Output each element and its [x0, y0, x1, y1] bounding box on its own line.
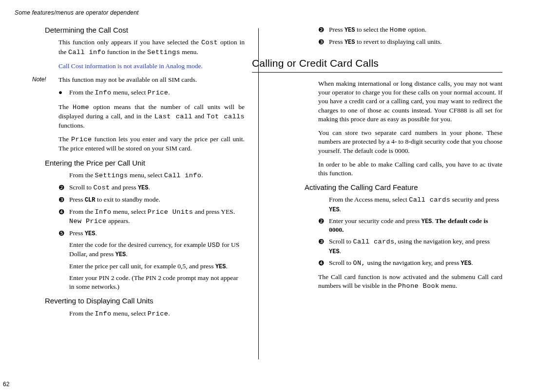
text: to revert to displaying call units.: [355, 38, 442, 45]
text: menu.: [180, 48, 198, 56]
step-item: From the Info menu, select Price.: [58, 309, 245, 318]
text: .: [96, 229, 97, 237]
key-yes: YES: [329, 206, 340, 213]
step-list-continued: ❷ Press YES to select the Home option. ❸…: [318, 25, 502, 46]
running-head: Some features/menus are operator depende…: [15, 9, 522, 17]
code-call-cards: Call cards: [353, 238, 395, 245]
step-marker-3: ❸: [318, 237, 325, 246]
key-yes: YES: [345, 39, 355, 46]
text: .: [168, 89, 170, 96]
text: , using the navigation key, and press: [395, 238, 490, 245]
step-marker-3: ❸: [318, 37, 325, 47]
key-yes: YES: [215, 263, 226, 270]
text: .: [226, 262, 228, 270]
code-info: Info: [95, 208, 112, 216]
text: to exit to standby mode.: [96, 196, 160, 203]
document-page: Some features/menus are operator depende…: [0, 0, 537, 392]
step-item: ❸ Press CLR to exit to standby mode.: [58, 195, 245, 204]
code-totcalls: Tot calls: [207, 113, 245, 120]
text: From the: [69, 310, 95, 317]
key-yes: YES: [422, 218, 432, 225]
code-phone-book: Phone Book: [398, 282, 439, 290]
left-column: Determining the Call Cost This function …: [15, 25, 258, 359]
right-column: ❷ Press YES to select the Home option. ❸…: [259, 25, 502, 359]
key-clr: CLR: [85, 197, 96, 204]
step-item: ❸ Scroll to Call cards, using the naviga…: [318, 237, 502, 255]
text: and press: [110, 184, 138, 191]
code-new-price: New Price: [69, 218, 107, 225]
paragraph: The Call card function is now activated …: [318, 273, 502, 291]
step-marker-4: ❹: [318, 259, 325, 268]
step-item: From the Access menu, select Call cards …: [318, 195, 502, 213]
code-home: Home: [73, 104, 89, 111]
code-price: Price: [148, 310, 169, 317]
text: Scroll to: [69, 184, 94, 191]
step-marker-2: ❷: [58, 183, 65, 192]
text: and press YES.: [193, 208, 235, 215]
text: Enter your security code and press: [329, 217, 422, 224]
step-marker-2: ❷: [318, 217, 325, 226]
paragraph: This function only appears if you have s…: [58, 38, 245, 56]
section-rule: [252, 72, 502, 73]
text: From the: [69, 208, 95, 215]
note-row: Note! This function may not be available…: [58, 75, 245, 84]
code-home: Home: [390, 26, 406, 34]
step-item: ❹ Scroll to ON, using the navigation key…: [318, 259, 502, 268]
step-item: ❸ Press YES to revert to displaying call…: [318, 37, 502, 46]
heading-determining-call-cost: Determining the Call Cost: [45, 25, 245, 35]
two-column-layout: Determining the Call Cost This function …: [15, 25, 522, 359]
note-label: Note!: [32, 75, 46, 83]
text: menu.: [440, 282, 458, 289]
key-yes: YES: [329, 248, 340, 255]
key-yes: YES: [85, 230, 96, 237]
code-info: Info: [95, 310, 112, 317]
step-item: From the Settings menu, select Call info…: [58, 171, 245, 180]
step-item: ❷ Press YES to select the Home option.: [318, 25, 502, 35]
text: Enter the code for the desired currency,…: [69, 241, 208, 248]
text: The: [58, 103, 73, 111]
text: From the Access menu, select: [329, 196, 409, 203]
text: .: [149, 184, 150, 191]
code-on: ON,: [353, 260, 366, 267]
paragraph: The Home option means that the number of…: [58, 103, 245, 131]
step-item: ❹ From the Info menu, select Price Units…: [58, 207, 245, 226]
text: From the: [69, 89, 95, 96]
code-cost: Cost: [94, 184, 110, 191]
key-yes: YES: [345, 27, 355, 34]
text: Press: [329, 38, 345, 45]
text: The: [58, 135, 71, 143]
step-item: ❷ Enter your security code and press YES…: [318, 217, 502, 234]
text: .: [126, 250, 127, 258]
text: Scroll to: [329, 259, 353, 266]
bullet-marker: ●: [58, 88, 62, 97]
paragraph: You can store two separate card numbers …: [318, 129, 502, 155]
text: menu, select: [128, 171, 164, 179]
text: menu, select: [112, 310, 148, 317]
text: using the navigation key, and press: [365, 259, 461, 266]
step-list: From the Access menu, select Call cards …: [318, 195, 502, 268]
text: and: [192, 112, 207, 120]
step-item: ❷ Scroll to Cost and press YES.: [58, 183, 245, 192]
text: .: [340, 205, 341, 213]
text: to select the: [355, 26, 390, 33]
code-cost: Cost: [201, 39, 218, 46]
text: option.: [406, 26, 426, 33]
text: Enter your PIN 2 code. (The PIN 2 code p…: [69, 274, 238, 290]
code-price: Price: [71, 136, 92, 143]
code-call-cards: Call cards: [409, 196, 450, 204]
text: .: [340, 247, 341, 255]
text: security and press: [450, 196, 499, 203]
text: Press: [69, 229, 85, 237]
text: .: [471, 259, 473, 266]
code-lastcall: Last call: [154, 113, 192, 120]
note-text: This function may not be available on al…: [58, 76, 197, 83]
text: functions.: [58, 122, 85, 129]
key-yes: YES: [115, 251, 126, 258]
step-marker-4: ❹: [58, 207, 65, 217]
text: From the: [69, 171, 95, 179]
step-marker-3: ❸: [58, 195, 65, 205]
text: .: [201, 171, 203, 179]
text: Press: [329, 26, 345, 33]
step-list: From the Info menu, select Price.: [58, 309, 245, 318]
paragraph: When making international or long distan…: [318, 79, 502, 124]
